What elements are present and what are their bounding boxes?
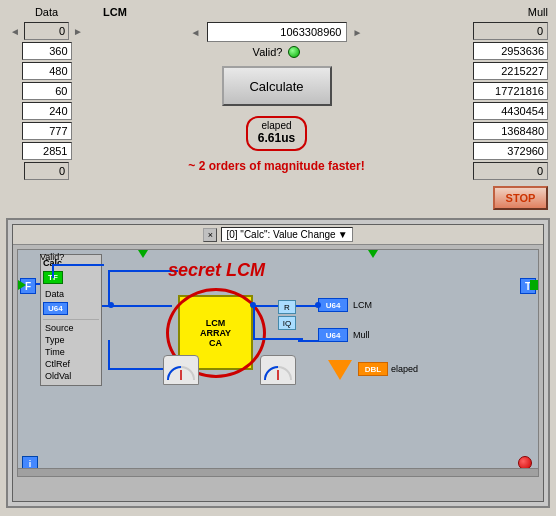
wire-dot-2 [250, 302, 256, 308]
data-input-4[interactable]: 777 [22, 122, 72, 140]
elapsed-value: 6.61us [258, 131, 295, 145]
wire-dot-3 [315, 302, 321, 308]
diagram-title-bar: × [0] "Calc": Value Change ▼ [13, 225, 543, 245]
funnel-icon [328, 360, 352, 380]
data-arrow-right[interactable]: ► [71, 24, 85, 38]
dbl-block: DBL [358, 362, 388, 376]
faster-text: ~ 2 orders of magnitude faster! [188, 159, 364, 173]
u64-lcm-block: U64 [318, 298, 348, 312]
gauge-2 [260, 355, 296, 385]
mull-input-3[interactable]: 4430454 [473, 102, 548, 120]
data-input-3[interactable]: 240 [22, 102, 72, 120]
calculate-button[interactable]: Calculate [222, 66, 332, 106]
left-panel: Calc TF Data U64 Source Type [40, 254, 102, 386]
gauge-1 [163, 355, 199, 385]
u64-small-block: U64 [43, 302, 68, 315]
data-input-5[interactable]: 2851 [22, 142, 72, 160]
diagram-inner: × [0] "Calc": Value Change ▼ F T C [12, 224, 544, 502]
wire-valid-h [52, 264, 104, 266]
mull-out-label: Mull [353, 330, 370, 340]
mull-input-1[interactable]: 2215227 [473, 62, 548, 80]
source-label: Source [43, 322, 99, 334]
wire-v-1 [108, 270, 110, 305]
data-arrow-left[interactable]: ◄ [8, 24, 22, 38]
r-block: R [278, 300, 296, 314]
wire-iq-to-u64 [298, 340, 318, 342]
ctlref-label: CtlRef [43, 358, 99, 370]
lcm-arrow-right[interactable]: ► [351, 25, 365, 39]
mull-input-4[interactable]: 1368480 [473, 122, 548, 140]
data-top-zero: 0 [24, 22, 69, 40]
top-edge-arrow-2 [368, 250, 378, 258]
diagram-panel: × [0] "Calc": Value Change ▼ F T C [6, 218, 550, 508]
mull-bottom-zero: 0 [473, 162, 548, 180]
wire-lcm-v [253, 305, 255, 340]
data-column-label: Data [35, 6, 58, 18]
elapsed-box: elaped 6.61us [246, 116, 307, 151]
mull-input-0[interactable]: 2953636 [473, 42, 548, 60]
data-input-1[interactable]: 480 [22, 62, 72, 80]
mull-input-5[interactable]: 372960 [473, 142, 548, 160]
data-input-2[interactable]: 60 [22, 82, 72, 100]
data-input-0[interactable]: 360 [22, 42, 72, 60]
valid-label-diagram: Valid? [40, 252, 64, 262]
elapsed-out-label: elaped [391, 364, 418, 374]
type-label: Type [43, 334, 99, 346]
wire-lcm-out2 [253, 338, 303, 340]
mull-column-label: Mull [528, 6, 548, 18]
data-bottom-zero: 0 [24, 162, 69, 180]
title-dropdown[interactable]: [0] "Calc": Value Change ▼ [221, 227, 352, 242]
valid-led [288, 46, 300, 58]
toolbar-close-btn[interactable]: × [203, 228, 217, 242]
wire-v-2 [108, 340, 110, 370]
lcm-column-label: LCM [103, 6, 127, 18]
mull-input-2[interactable]: 17721816 [473, 82, 548, 100]
dropdown-arrow-icon: ▼ [338, 229, 348, 240]
oldval-label: OldVal [43, 370, 99, 382]
stop-button[interactable]: STOP [493, 186, 548, 210]
diagram-title: [0] "Calc": Value Change [226, 229, 335, 240]
horizontal-scrollbar[interactable] [18, 468, 538, 476]
diagram-content: F T Calc TF Data [17, 249, 539, 477]
lcm-out-label: LCM [353, 300, 372, 310]
left-edge-arrow [18, 280, 26, 290]
wire-valid-v [52, 264, 54, 278]
lcm-result-value: 1063308960 [207, 22, 347, 42]
lcm-arrow-left[interactable]: ◄ [189, 25, 203, 39]
time-label: Time [43, 346, 99, 358]
secret-lcm-text: secret LCM [168, 260, 265, 281]
top-edge-arrow-1 [138, 250, 148, 258]
data-label-left: Data [43, 288, 66, 300]
elapsed-label: elaped [261, 120, 291, 131]
mull-top-zero: 0 [473, 22, 548, 40]
valid-label: Valid? [253, 46, 283, 58]
u64-mull-block: U64 [318, 328, 348, 342]
right-edge-indicator [530, 280, 538, 290]
iq-block: IQ [278, 316, 296, 330]
